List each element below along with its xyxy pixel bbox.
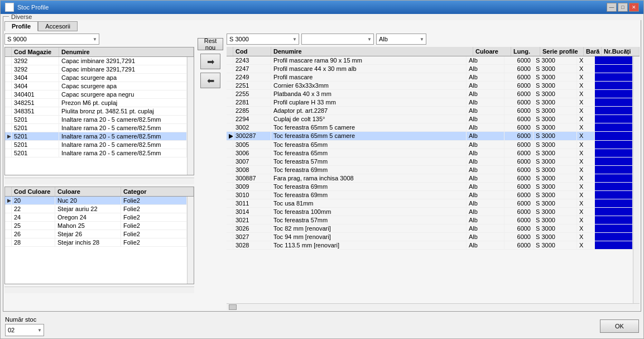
right-table-row[interactable]: 3026 Toc 82 mm [renovari] Alb 6000 S 300… [227,225,633,233]
right-row-serie: S 3000 [534,191,577,199]
right-table-row[interactable]: 2255 Platbanda 40 x 3 mm Alb 6000 S 3000… [227,90,633,98]
upper-table-row[interactable]: 5201 Inaltare rama 20 - 5 camere/82.5mm [5,141,187,149]
upper-table-row[interactable]: 3404 Capac scurgere apa [5,74,187,82]
right-table-row[interactable]: 2285 Adaptor pt. art.2287 Alb 6000 S 300… [227,107,633,115]
upper-table-row[interactable]: 340401 Capac scurgere apa negru [5,90,187,99]
lower-table-row[interactable]: 26 Stejar 26 Folie2 [5,230,187,238]
upper-table-row[interactable]: 3292 Capac imbinare 3291,7291 [5,57,187,65]
right-row-serie: S 3000 [534,157,577,165]
lower-h-scrollbar[interactable] [4,287,194,293]
right-row-denumire: Toc fereastra 69mm [271,183,467,190]
right-table-row[interactable]: 3011 Toc usa 81mm Alb 6000 S 3000 X [227,199,633,208]
lower-table-row[interactable]: 25 Mahon 25 Folie2 [5,222,187,230]
right-table-row[interactable]: 3021 Toc fereastra 57mm Alb 6000 S 3000 … [227,216,633,225]
right-table-row[interactable]: 3002 Toc fereastra 65mm 5 camere Alb 600… [227,123,633,132]
upper-table-row[interactable]: 3404 Capac scurgere apa [5,82,187,90]
right-table-row[interactable]: 3010 Toc fereastra 69mm Alb 6000 S 3000 … [227,191,633,199]
right-scrollbar[interactable] [633,56,640,303]
right-row-culoare: Alb [467,191,504,199]
right-table-row[interactable]: 3009 Toc fereastra 69mm Alb 6000 S 3000 … [227,183,633,191]
right-table-row[interactable]: 2281 Profil cuplare H 33 mm Alb 6000 S 3… [227,98,633,107]
right-table-row[interactable]: 300887 Fara prag, rama inchisa 3008 Alb … [227,174,633,183]
right-table-row[interactable]: 3027 Toc 94 mm [renovari] Alb 6000 S 300… [227,233,633,241]
lower-table-row[interactable]: 22 Stejar auriu 22 Folie2 [5,205,187,213]
filter-dropdown3-wrapper: Alb Nuc 20 [376,34,426,45]
right-row-lung: 6000 [504,241,534,249]
right-row-culoare: Alb [467,208,504,216]
right-row-nr [595,115,633,123]
right-nr-th: Nr.Bucăți [602,47,640,56]
row-cod: 3292 [12,65,59,73]
right-row-nr [595,191,633,199]
lower-scrollbar[interactable] [187,197,194,284]
right-table-row[interactable]: ▶ 300287 Toc fereastra 65mm 5 camere Alb… [227,132,633,141]
upper-table-row[interactable]: 348251 Prezon M6 pt. cuplaj [5,99,187,107]
right-row-lung: 6000 [504,82,534,89]
tab-accesorii[interactable]: Accesorii [38,21,78,31]
upper-table: Cod Magazie Denumire 3292 Capac imbinare… [4,47,194,175]
left-dropdown[interactable]: S 9000 S 3000 [4,34,99,45]
right-row-lung: 6000 [504,183,534,190]
right-table-row[interactable]: 3014 Toc fereastra 100mm Alb 6000 S 3000… [227,208,633,216]
upper-table-row[interactable]: 5201 Inaltare rama 20 - 5 camere/82.5mm [5,124,187,132]
upper-table-row[interactable]: 3292 Capac imbinare 3291,7291 [5,65,187,74]
row-cod: 348251 [12,99,59,107]
row-arrow [5,90,12,98]
close-button[interactable]: ✕ [629,3,639,12]
right-table-row[interactable]: 3006 Toc fereastra 65mm Alb 6000 S 3000 … [227,149,633,157]
right-row-nr [595,216,633,224]
upper-h-scrollbar[interactable] [4,178,194,184]
tab-profile[interactable]: Profile [4,21,38,31]
numar-stoc-label: Număr stoc [5,316,44,323]
rest-nou-button[interactable]: Rest nou [198,38,223,50]
h-scroll-thumb[interactable] [229,304,237,310]
right-row-denumire: Cornier 63x33x3mm [271,82,467,89]
right-row-serie: S 3000 [534,90,577,98]
right-row-lung: 6000 [504,225,534,232]
upper-table-row[interactable]: 5201 Inaltare rama 20 - 5 camere/82.5mm [5,116,187,124]
group-box: Diverse Profile Accesorii S 9000 S 3000 [3,16,641,312]
right-arrow-th [227,47,233,56]
right-row-cod: 3009 [233,183,271,190]
right-table-row[interactable]: 2294 Cuplaj de colt 135° Alb 6000 S 3000… [227,115,633,123]
right-row-lung: 6000 [504,208,534,216]
upper-table-row[interactable]: 5201 Inaltare rama 20 - 5 camere/82.5mm [5,149,187,157]
upper-table-row[interactable]: 348351 Piulita bronz pt. 3482.51 pt. cup… [5,107,187,116]
upper-table-row[interactable]: ▶ 5201 Inaltare rama 20 - 5 camere/82.5m… [5,132,187,141]
row-cod: 20 [12,197,55,204]
lower-table-row[interactable]: ▶ 20 Nuc 20 Folie2 [5,197,187,205]
right-table-row[interactable]: 3028 Toc 113.5 mm [renovari] Alb 6000 S … [227,241,633,250]
lower-table-row[interactable]: 24 Oregon 24 Folie2 [5,213,187,222]
right-row-cod: 300887 [233,174,271,182]
arrow-right-button[interactable]: ➡ [200,54,220,69]
filter-dropdown2[interactable] [301,34,374,45]
minimize-button[interactable]: — [607,3,617,12]
row-cod: 5201 [12,141,59,149]
arrow-left-button[interactable]: ⬅ [200,73,220,88]
right-table-row[interactable]: 2243 Profil mascare rama 90 x 15 mm Alb … [227,56,633,65]
right-table-row[interactable]: 2251 Cornier 63x33x3mm Alb 6000 S 3000 X [227,82,633,90]
ok-button[interactable]: OK [600,319,639,333]
filter-dropdown3[interactable]: Alb Nuc 20 [376,34,426,45]
right-table-row[interactable]: 3007 Toc fereastra 57mm Alb 6000 S 3000 … [227,157,633,166]
row-denumire: Capac scurgere apa [59,74,187,82]
right-table-row[interactable]: 2249 Profil mascare Alb 6000 S 3000 X [227,73,633,82]
right-row-denumire: Toc fereastra 57mm [271,157,467,165]
row-culoare: Stejar auriu 22 [55,205,121,213]
upper-scrollbar[interactable] [187,57,194,175]
row-arrow [5,107,12,115]
row-arrow [5,116,12,123]
right-h-scrollbar[interactable] [227,303,640,310]
maximize-button[interactable]: □ [618,3,628,12]
right-table-row[interactable]: 2247 Profil mascare 44 x 30 mm alb Alb 6… [227,65,633,73]
right-row-nr [595,90,633,98]
lower-table-row[interactable]: 28 Stejar inchis 28 Folie2 [5,238,187,247]
right-row-bara: X [577,115,595,123]
filter-dropdown1[interactable]: S 3000 S 4000 S 9000 [227,34,299,45]
right-row-serie: S 3000 [534,73,577,81]
row-arrow: ▶ [5,197,12,204]
right-table-row[interactable]: 3008 Toc fereastra 69mm Alb 6000 S 3000 … [227,166,633,174]
right-row-culoare: Alb [467,56,504,64]
right-table-row[interactable]: 3005 Toc fereastra 65mm Alb 6000 S 3000 … [227,141,633,149]
numar-stoc-dropdown[interactable]: 01 02 03 [5,324,44,336]
